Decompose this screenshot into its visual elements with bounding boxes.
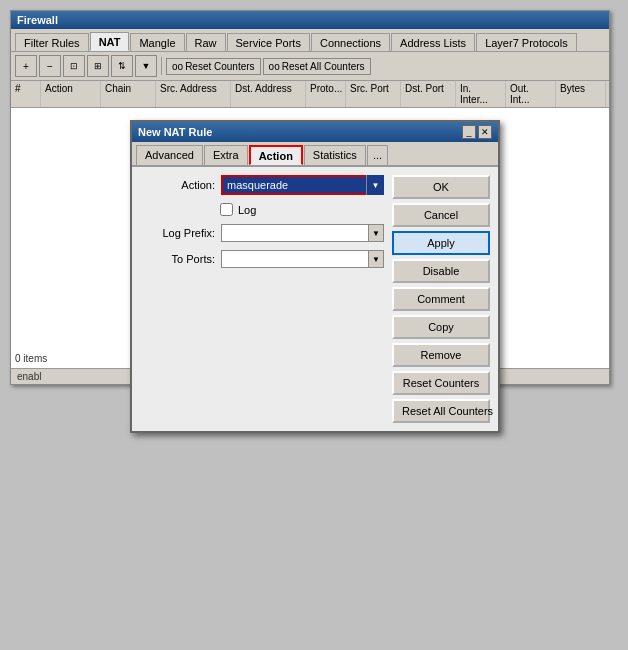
- col-bytes: Bytes: [556, 81, 606, 107]
- remove-button[interactable]: −: [39, 55, 61, 77]
- tab-connections[interactable]: Connections: [311, 33, 390, 51]
- reset-counters-label: Reset Counters: [185, 61, 254, 72]
- minimize-button[interactable]: _: [462, 125, 476, 139]
- tab-advanced[interactable]: Advanced: [136, 145, 203, 165]
- column-headers: # Action Chain Src. Address Dst. Address…: [11, 81, 609, 108]
- main-titlebar: Firewall: [11, 11, 609, 29]
- toolbar-separator: [161, 57, 162, 75]
- nat-rule-dialog: New NAT Rule _ ✕ Advanced Extra Action S…: [130, 120, 500, 433]
- col-src-address: Src. Address: [156, 81, 231, 107]
- log-prefix-label: Log Prefix:: [140, 227, 215, 239]
- to-ports-input-wrapper: ▼: [221, 250, 384, 268]
- reset-all-counters-label: Reset All Counters: [282, 61, 365, 72]
- log-checkbox[interactable]: [220, 203, 233, 216]
- action-row: Action: masquerade accept drop redirect …: [140, 175, 384, 195]
- tab-mangle[interactable]: Mangle: [130, 33, 184, 51]
- log-prefix-input-wrapper: ▼: [221, 224, 384, 242]
- oo-label2: oo: [269, 61, 280, 72]
- main-tabs: Filter Rules NAT Mangle Raw Service Port…: [11, 29, 609, 52]
- dialog-titlebar: New NAT Rule _ ✕: [132, 122, 498, 142]
- reset-counters-button[interactable]: Reset Counters: [392, 371, 490, 395]
- status-text: enabl: [17, 371, 41, 382]
- action-select[interactable]: masquerade accept drop redirect dst-nat …: [221, 175, 384, 195]
- copy-rule-button[interactable]: Copy: [392, 315, 490, 339]
- log-label: Log: [238, 204, 256, 216]
- dialog-actions: OK Cancel Apply Disable Comment Copy Rem…: [392, 175, 490, 423]
- copy-button[interactable]: ⊡: [63, 55, 85, 77]
- tab-raw[interactable]: Raw: [186, 33, 226, 51]
- dialog-title: New NAT Rule: [138, 126, 212, 138]
- minus-icon: −: [47, 61, 53, 72]
- add-icon: +: [23, 61, 29, 72]
- reset-all-counters-button[interactable]: Reset All Counters: [392, 399, 490, 423]
- comment-button[interactable]: Comment: [392, 287, 490, 311]
- dialog-tabs: Advanced Extra Action Statistics ...: [132, 142, 498, 167]
- dialog-body: Action: masquerade accept drop redirect …: [132, 167, 498, 431]
- log-prefix-input[interactable]: [221, 224, 368, 242]
- minimize-icon: _: [466, 127, 471, 137]
- tab-filter-rules[interactable]: Filter Rules: [15, 33, 89, 51]
- filter-button[interactable]: ▼: [135, 55, 157, 77]
- apply-button[interactable]: Apply: [392, 231, 490, 255]
- reset-counters-button[interactable]: oo Reset Counters: [166, 58, 261, 75]
- items-count: 0 items: [15, 353, 47, 364]
- col-dst-address: Dst. Address: [231, 81, 306, 107]
- col-out-interface: Out. Int...: [506, 81, 556, 107]
- remove-button[interactable]: Remove: [392, 343, 490, 367]
- action-select-wrapper: masquerade accept drop redirect dst-nat …: [221, 175, 384, 195]
- to-ports-input[interactable]: [221, 250, 368, 268]
- move-icon: ⇅: [118, 61, 126, 71]
- tab-service-ports[interactable]: Service Ports: [227, 33, 310, 51]
- col-dst-port: Dst. Port: [401, 81, 456, 107]
- to-ports-dropdown-button[interactable]: ▼: [368, 250, 384, 268]
- col-proto: Proto...: [306, 81, 346, 107]
- to-ports-dropdown-arrow-icon: ▼: [372, 255, 380, 264]
- close-icon: ✕: [481, 127, 489, 137]
- col-action: Action: [41, 81, 101, 107]
- col-hash: #: [11, 81, 41, 107]
- reset-all-counters-button[interactable]: oo Reset All Counters: [263, 58, 371, 75]
- tab-layer7-protocols[interactable]: Layer7 Protocols: [476, 33, 577, 51]
- toolbar: + − ⊡ ⊞ ⇅ ▼ oo Reset Counters oo Reset A…: [11, 52, 609, 81]
- tab-ellipsis[interactable]: ...: [367, 145, 388, 165]
- cancel-button[interactable]: Cancel: [392, 203, 490, 227]
- log-prefix-row: Log Prefix: ▼: [140, 224, 384, 242]
- paste-button[interactable]: ⊞: [87, 55, 109, 77]
- tab-action[interactable]: Action: [249, 145, 303, 165]
- oo-label: oo: [172, 61, 183, 72]
- disable-button[interactable]: Disable: [392, 259, 490, 283]
- to-ports-row: To Ports: ▼: [140, 250, 384, 268]
- to-ports-label: To Ports:: [140, 253, 215, 265]
- add-button[interactable]: +: [15, 55, 37, 77]
- log-prefix-dropdown-button[interactable]: ▼: [368, 224, 384, 242]
- dialog-close-buttons: _ ✕: [462, 125, 492, 139]
- col-chain: Chain: [101, 81, 156, 107]
- col-src-port: Src. Port: [346, 81, 401, 107]
- ok-button[interactable]: OK: [392, 175, 490, 199]
- tab-address-lists[interactable]: Address Lists: [391, 33, 475, 51]
- dialog-form: Action: masquerade accept drop redirect …: [140, 175, 384, 423]
- tab-nat[interactable]: NAT: [90, 32, 130, 51]
- tab-extra[interactable]: Extra: [204, 145, 248, 165]
- col-in-interface: In. Inter...: [456, 81, 506, 107]
- log-row: Log: [140, 203, 384, 216]
- dropdown-arrow-icon: ▼: [372, 229, 380, 238]
- close-button[interactable]: ✕: [478, 125, 492, 139]
- tab-statistics[interactable]: Statistics: [304, 145, 366, 165]
- move-button[interactable]: ⇅: [111, 55, 133, 77]
- filter-icon: ▼: [142, 61, 151, 71]
- copy-icon: ⊡: [70, 61, 78, 71]
- action-label: Action:: [140, 179, 215, 191]
- main-title: Firewall: [17, 14, 58, 26]
- paste-icon: ⊞: [94, 61, 102, 71]
